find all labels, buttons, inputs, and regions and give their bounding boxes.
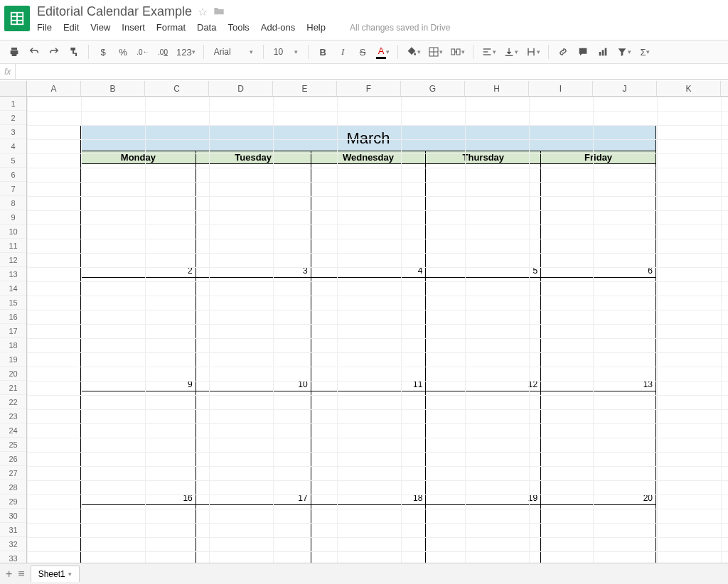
sheets-logo[interactable] (4, 6, 30, 31)
row-header[interactable]: 2 (0, 111, 26, 125)
filter-icon[interactable]: ▾ (614, 43, 633, 60)
menu-format[interactable]: Format (156, 22, 186, 33)
calendar-cell[interactable] (311, 505, 427, 563)
menu-data[interactable]: Data (197, 22, 216, 33)
row-header[interactable]: 9 (0, 210, 26, 225)
calendar-cell[interactable]: 19 (426, 391, 541, 504)
row-header[interactable]: 15 (0, 296, 26, 310)
calendar-cell[interactable]: 3 (196, 164, 311, 277)
strike-button[interactable]: S (354, 43, 371, 60)
row-header[interactable]: 8 (0, 196, 26, 210)
menu-view[interactable]: View (90, 22, 110, 33)
calendar-cell[interactable]: 13 (541, 278, 655, 391)
font-size-select[interactable]: 10▾ (269, 47, 302, 57)
row-header[interactable]: 25 (0, 438, 26, 452)
row-header[interactable]: 1 (0, 97, 26, 111)
row-header[interactable]: 20 (0, 367, 26, 381)
menu-file[interactable]: File (37, 22, 52, 33)
row-header[interactable]: 16 (0, 310, 26, 324)
row-header[interactable]: 12 (0, 253, 26, 267)
fill-color-button[interactable]: ▾ (404, 43, 423, 60)
row-header[interactable]: 33 (0, 551, 26, 563)
menu-edit[interactable]: Edit (63, 22, 79, 33)
calendar-cell[interactable] (426, 505, 541, 563)
column-header[interactable]: H (465, 81, 529, 96)
calendar-cell[interactable]: 17 (196, 391, 311, 504)
column-header[interactable]: D (209, 81, 273, 96)
add-sheet-button[interactable]: + (6, 568, 12, 580)
calendar-cell[interactable]: 9 (81, 278, 196, 391)
row-header[interactable]: 30 (0, 509, 26, 523)
text-wrap-button[interactable]: ▾ (523, 43, 542, 60)
row-header[interactable]: 3 (0, 125, 26, 139)
row-header[interactable]: 32 (0, 537, 26, 551)
sheet-tab[interactable]: Sheet1▾ (31, 566, 80, 582)
row-header[interactable]: 18 (0, 338, 26, 352)
calendar-cell[interactable] (81, 505, 196, 563)
row-header[interactable]: 23 (0, 409, 26, 423)
column-header[interactable]: A (27, 81, 81, 96)
merge-cells-button[interactable]: ▾ (448, 43, 467, 60)
all-sheets-button[interactable]: ≡ (18, 568, 24, 580)
functions-icon[interactable]: Σ▾ (636, 43, 653, 60)
insert-comment-icon[interactable] (574, 43, 592, 60)
select-all-corner[interactable] (0, 81, 27, 96)
row-header[interactable]: 6 (0, 168, 26, 182)
calendar-cell[interactable]: 2 (81, 164, 196, 277)
row-header[interactable]: 21 (0, 381, 26, 395)
insert-link-icon[interactable] (555, 43, 572, 60)
menu-addons[interactable]: Add-ons (261, 22, 295, 33)
paint-format-icon[interactable] (65, 43, 82, 60)
calendar-cell[interactable]: 18 (311, 391, 427, 504)
menu-help[interactable]: Help (306, 22, 326, 33)
calendar-cell[interactable]: 16 (81, 391, 196, 504)
row-header[interactable]: 7 (0, 182, 26, 196)
calendar-cell[interactable] (196, 505, 311, 563)
borders-button[interactable]: ▾ (426, 43, 445, 60)
calendar-cell[interactable]: 10 (196, 278, 311, 391)
v-align-button[interactable]: ▾ (501, 43, 520, 60)
column-header[interactable]: F (337, 81, 401, 96)
cell-grid[interactable]: March MondayTuesdayWednesdayThursdayFrid… (27, 97, 728, 563)
row-header[interactable]: 17 (0, 324, 26, 338)
italic-button[interactable]: I (334, 43, 351, 60)
column-header[interactable]: B (81, 81, 145, 96)
number-format-button[interactable]: 123▾ (174, 43, 198, 60)
font-select[interactable]: Arial▾ (210, 47, 257, 57)
bold-button[interactable]: B (314, 43, 331, 60)
calendar-cell[interactable]: 6 (541, 164, 655, 277)
row-header[interactable]: 13 (0, 267, 26, 281)
document-title[interactable]: Editorial Calendar Example (37, 4, 192, 19)
row-header[interactable]: 26 (0, 452, 26, 466)
calendar-cell[interactable]: 11 (311, 278, 427, 391)
row-header[interactable]: 31 (0, 523, 26, 537)
row-header[interactable]: 28 (0, 480, 26, 494)
row-header[interactable]: 11 (0, 239, 26, 253)
insert-chart-icon[interactable] (594, 43, 611, 60)
row-header[interactable]: 22 (0, 395, 26, 409)
text-color-button[interactable]: A▾ (374, 43, 392, 60)
format-currency-button[interactable]: $ (95, 43, 112, 60)
column-header[interactable]: J (593, 81, 657, 96)
row-header[interactable]: 10 (0, 225, 26, 239)
row-header[interactable]: 19 (0, 352, 26, 367)
column-header[interactable]: E (273, 81, 337, 96)
column-header[interactable]: C (145, 81, 209, 96)
menu-tools[interactable]: Tools (228, 22, 249, 33)
calendar-cell[interactable]: 5 (426, 164, 541, 277)
row-header[interactable]: 14 (0, 281, 26, 296)
calendar-cell[interactable] (541, 505, 655, 563)
calendar-cell[interactable]: 12 (426, 278, 541, 391)
row-header[interactable]: 5 (0, 153, 26, 168)
redo-icon[interactable] (46, 43, 63, 60)
calendar-cell[interactable]: 20 (541, 391, 655, 504)
row-header[interactable]: 4 (0, 139, 26, 153)
column-header[interactable]: G (401, 81, 465, 96)
row-header[interactable]: 29 (0, 494, 26, 509)
formula-input[interactable] (20, 64, 728, 79)
undo-icon[interactable] (26, 43, 43, 60)
format-percent-button[interactable]: % (114, 43, 132, 60)
star-icon[interactable]: ☆ (198, 5, 208, 18)
calendar-cell[interactable]: 4 (311, 164, 427, 277)
h-align-button[interactable]: ▾ (479, 43, 498, 60)
